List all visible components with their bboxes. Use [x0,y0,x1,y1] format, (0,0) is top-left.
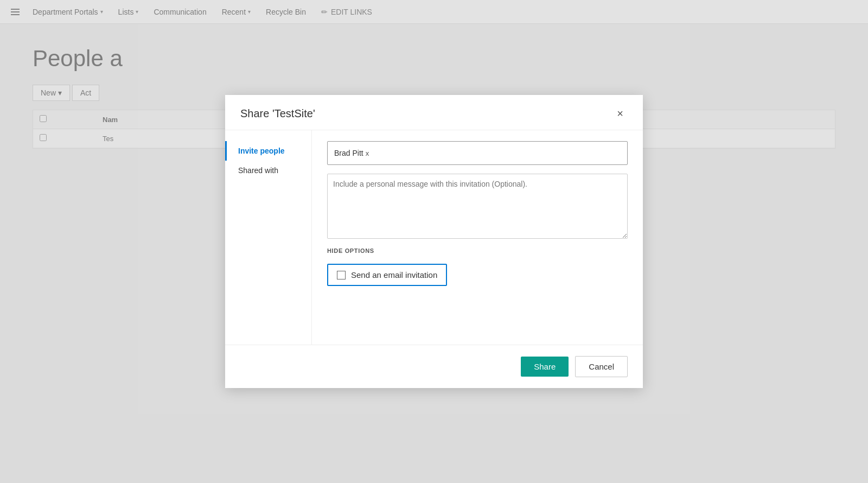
remove-tag-button[interactable]: x [366,149,369,157]
people-tag: Brad Pitt x [334,149,369,157]
share-button[interactable]: Share [521,357,569,377]
modal-main-content: Brad Pitt x HIDE OPTIONS Send an email i… [312,130,643,345]
sidebar-item-shared-with[interactable]: Shared with [225,161,311,180]
modal-footer: Share Cancel [225,345,643,388]
send-email-checkbox[interactable] [337,271,346,279]
modal-title: Share 'TestSite' [240,107,315,120]
message-textarea[interactable] [327,174,628,239]
tag-name: Brad Pitt [334,149,363,157]
send-email-option[interactable]: Send an email invitation [327,264,447,286]
cancel-button[interactable]: Cancel [575,356,628,377]
sidebar-item-invite-people[interactable]: Invite people [225,141,311,161]
close-button[interactable]: × [612,106,628,121]
send-email-label: Send an email invitation [351,270,437,279]
hide-options-section: HIDE OPTIONS Send an email invitation [327,247,628,286]
people-input-field[interactable]: Brad Pitt x [327,141,628,165]
modal-overlay[interactable]: Share 'TestSite' × Invite people Shared … [0,0,868,483]
modal-sidebar: Invite people Shared with [225,130,312,345]
share-modal: Share 'TestSite' × Invite people Shared … [225,95,643,388]
modal-header: Share 'TestSite' × [225,95,643,130]
hide-options-label: HIDE OPTIONS [327,247,628,254]
modal-body: Invite people Shared with Brad Pitt x HI… [225,130,643,345]
